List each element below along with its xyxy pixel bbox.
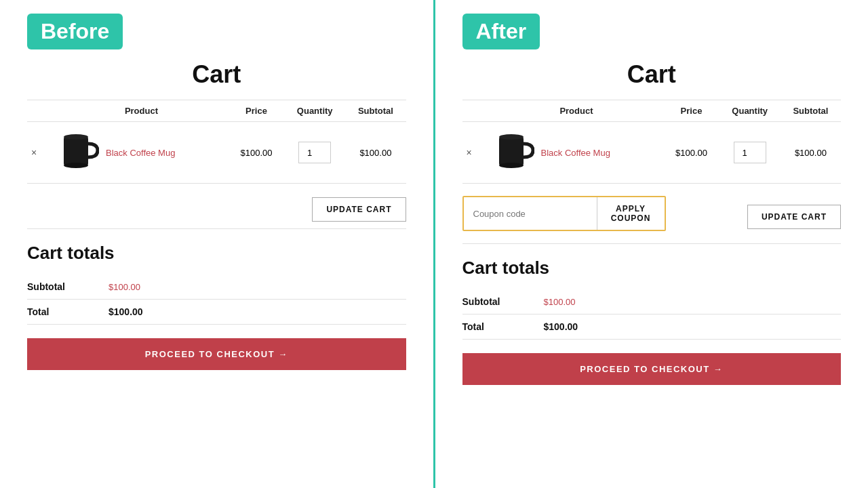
product-cell-after: Black Coffee Mug bbox=[494, 129, 660, 176]
coupon-section: APPLY COUPON bbox=[462, 196, 666, 231]
after-cart-totals: Cart totals Subtotal $100.00 Total $100.… bbox=[462, 258, 842, 385]
mug-image-after bbox=[494, 129, 534, 176]
col-subtotal: Subtotal bbox=[345, 100, 406, 122]
remove-button-after[interactable]: × bbox=[467, 147, 472, 158]
product-subtotal-after: $100.00 bbox=[781, 122, 841, 184]
table-row: × Black Coffee Mug $100.00 bbox=[27, 122, 406, 184]
svg-point-4 bbox=[499, 134, 524, 140]
update-cart-button-after[interactable]: UPDATE CART bbox=[747, 205, 841, 229]
update-cart-button[interactable]: UPDATE CART bbox=[312, 197, 406, 222]
subtotal-label: Subtotal bbox=[27, 274, 108, 300]
before-cart-table: Product Price Quantity Subtotal × bbox=[27, 100, 406, 184]
subtotal-value: $100.00 bbox=[108, 274, 406, 300]
col-product: Product bbox=[490, 100, 664, 122]
checkout-button-after[interactable]: PROCEED TO CHECKOUT → bbox=[462, 353, 842, 385]
subtotal-label-after: Subtotal bbox=[462, 289, 544, 314]
total-label: Total bbox=[27, 300, 108, 325]
after-totals-table: Subtotal $100.00 Total $100.00 bbox=[462, 289, 842, 340]
table-row: × Black Coffee Mug $100.00 bbox=[462, 122, 842, 184]
col-price: Price bbox=[663, 100, 719, 122]
subtotal-row-after: Subtotal $100.00 bbox=[462, 289, 842, 314]
quantity-input-after[interactable] bbox=[734, 142, 766, 163]
col-remove bbox=[27, 100, 54, 122]
svg-point-1 bbox=[64, 134, 88, 140]
product-link-after[interactable]: Black Coffee Mug bbox=[541, 148, 610, 158]
subtotal-row: Subtotal $100.00 bbox=[27, 274, 406, 300]
svg-point-2 bbox=[64, 163, 88, 168]
product-price-after: $100.00 bbox=[663, 122, 719, 184]
subtotal-value-after: $100.00 bbox=[544, 289, 842, 314]
col-price: Price bbox=[229, 100, 284, 122]
total-row-after: Total $100.00 bbox=[462, 314, 842, 340]
before-action-row: UPDATE CART bbox=[27, 190, 406, 229]
before-cart-title: Cart bbox=[27, 60, 406, 89]
col-product: Product bbox=[54, 100, 229, 122]
total-value-after: $100.00 bbox=[544, 314, 842, 340]
total-row: Total $100.00 bbox=[27, 300, 406, 325]
mug-image bbox=[58, 129, 99, 176]
col-subtotal: Subtotal bbox=[781, 100, 841, 122]
after-cart-table: Product Price Quantity Subtotal × bbox=[462, 100, 842, 184]
before-cart-totals-title: Cart totals bbox=[27, 243, 406, 264]
after-cart-totals-title: Cart totals bbox=[462, 258, 842, 279]
apply-coupon-button[interactable]: APPLY COUPON bbox=[597, 197, 665, 230]
product-price: $100.00 bbox=[229, 122, 284, 184]
svg-rect-0 bbox=[64, 137, 88, 165]
after-panel: After Cart Product Price Quantity Subtot… bbox=[435, 0, 869, 488]
quantity-input[interactable] bbox=[298, 142, 331, 163]
product-cell: Black Coffee Mug bbox=[58, 129, 224, 176]
before-badge: Before bbox=[27, 14, 123, 49]
before-panel: Before Cart Product Price Quantity Subto… bbox=[0, 0, 433, 488]
total-label-after: Total bbox=[462, 314, 544, 340]
coupon-input[interactable] bbox=[464, 197, 597, 230]
before-cart-totals: Cart totals Subtotal $100.00 Total $100.… bbox=[27, 243, 406, 370]
checkout-button[interactable]: PROCEED TO CHECKOUT → bbox=[27, 338, 406, 370]
col-remove bbox=[462, 100, 490, 122]
svg-point-5 bbox=[499, 163, 524, 168]
after-badge: After bbox=[462, 14, 540, 49]
svg-rect-3 bbox=[499, 137, 524, 165]
total-value: $100.00 bbox=[108, 300, 406, 325]
product-subtotal: $100.00 bbox=[345, 122, 406, 184]
col-quantity: Quantity bbox=[719, 100, 781, 122]
remove-button[interactable]: × bbox=[31, 147, 37, 158]
col-quantity: Quantity bbox=[284, 100, 345, 122]
before-totals-table: Subtotal $100.00 Total $100.00 bbox=[27, 274, 406, 325]
after-cart-title: Cart bbox=[462, 60, 842, 89]
product-link[interactable]: Black Coffee Mug bbox=[106, 148, 175, 158]
after-action-row: APPLY COUPON UPDATE CART bbox=[462, 190, 842, 244]
